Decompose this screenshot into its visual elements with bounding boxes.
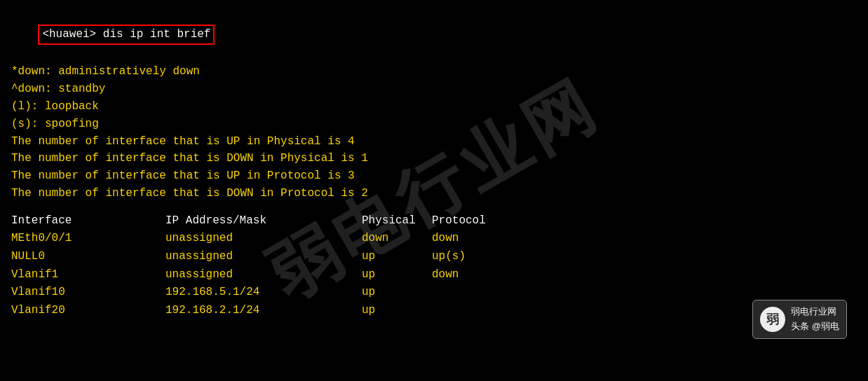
- table-row: Vlanif10 192.168.5.1/24 up: [11, 284, 857, 302]
- info-line-6: The number of interface that is DOWN in …: [11, 150, 857, 167]
- cell-physical-0: down: [362, 230, 432, 248]
- info-line-4: (s): spoofing: [11, 116, 857, 133]
- interface-table: Interface IP Address/Mask Physical Proto…: [11, 212, 857, 320]
- cell-interface-3: Vlanif10: [11, 284, 165, 302]
- cell-physical-2: up: [362, 266, 432, 284]
- cell-interface-2: Vlanif1: [11, 266, 165, 284]
- cell-ip-4: 192.168.2.1/24: [165, 302, 362, 320]
- cell-physical-3: up: [362, 284, 432, 302]
- table-row: Vlanif20 192.168.2.1/24 up: [11, 302, 857, 320]
- info-line-2: ^down: standby: [11, 81, 857, 98]
- col-header-interface: Interface: [11, 212, 165, 230]
- col-header-physical: Physical: [362, 212, 432, 230]
- cell-interface-1: NULL0: [11, 248, 165, 266]
- cell-interface-0: MEth0/0/1: [11, 230, 165, 248]
- cell-protocol-1: up(s): [432, 248, 516, 266]
- cell-protocol-0: down: [432, 230, 516, 248]
- command-line: <huawei> dis ip int brief: [11, 7, 857, 63]
- table-row: NULL0 unassigned up up(s): [11, 248, 857, 266]
- wm-sub: 头条 @弱电: [791, 319, 839, 334]
- cell-physical-4: up: [362, 302, 432, 320]
- info-line-5: The number of interface that is UP in Ph…: [11, 133, 857, 151]
- cell-ip-0: unassigned: [165, 230, 362, 248]
- table-row: MEth0/0/1 unassigned down down: [11, 230, 857, 248]
- info-line-3: (l): loopback: [11, 98, 857, 116]
- cell-ip-3: 192.168.5.1/24: [165, 284, 362, 302]
- col-header-ip: IP Address/Mask: [165, 212, 362, 230]
- cell-physical-1: up: [362, 248, 432, 266]
- cell-protocol-4: [432, 302, 516, 320]
- terminal-window: <huawei> dis ip int brief *down: adminis…: [0, 0, 868, 381]
- cell-ip-2: unassigned: [165, 266, 362, 284]
- info-line-8: The number of interface that is DOWN in …: [11, 185, 857, 202]
- col-header-protocol: Protocol: [432, 212, 516, 230]
- cell-ip-1: unassigned: [165, 248, 362, 266]
- info-line-1: *down: administratively down: [11, 63, 857, 81]
- spacer: [11, 202, 857, 209]
- cell-protocol-3: [432, 284, 516, 302]
- table-row: Vlanif1 unassigned up down: [11, 266, 857, 284]
- table-header-row: Interface IP Address/Mask Physical Proto…: [11, 212, 857, 230]
- cell-interface-4: Vlanif20: [11, 302, 165, 320]
- cell-protocol-2: down: [432, 266, 516, 284]
- info-line-7: The number of interface that is UP in Pr…: [11, 167, 857, 185]
- command-text: <huawei> dis ip int brief: [38, 25, 215, 45]
